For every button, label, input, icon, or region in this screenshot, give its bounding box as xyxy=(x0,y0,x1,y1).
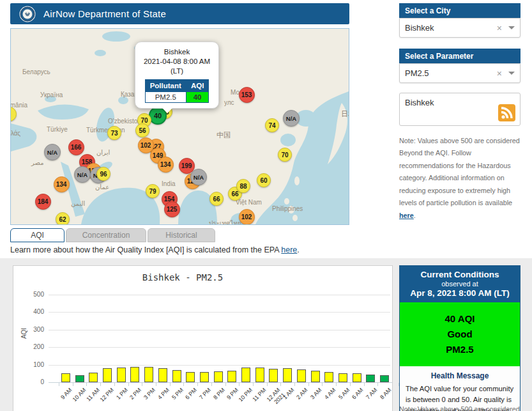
chart-x-tick-mark xyxy=(73,383,73,386)
chart-bar-4am[interactable] xyxy=(324,372,333,382)
chart-bar-6pm[interactable] xyxy=(186,372,195,382)
aqi-category: Good xyxy=(400,327,520,342)
chart-panel: Bishkek - PM2.5 AQI 01002003004005009 AM… xyxy=(13,265,393,411)
chart-x-tick-label: 5 PM xyxy=(171,387,185,401)
chart-x-tick-mark xyxy=(322,383,323,386)
chart-x-tick-mark xyxy=(197,383,198,386)
parameter-clear-icon[interactable]: × xyxy=(497,68,502,79)
chart-x-tick-label: 8 AM xyxy=(379,387,393,401)
map-marker-96[interactable]: 96 xyxy=(96,167,110,181)
learn-more-here-link[interactable]: here xyxy=(281,245,297,254)
chart-bar-11pm[interactable] xyxy=(255,368,264,382)
map-marker-na[interactable]: N/A xyxy=(74,166,91,183)
chart-bar-12am[interactable] xyxy=(269,369,278,382)
map-marker-125[interactable]: 125 xyxy=(164,201,180,217)
map-marker-102[interactable]: 102 xyxy=(239,209,255,225)
chart-bar-5pm[interactable] xyxy=(172,370,181,382)
chart-x-tick-label: 12 PM xyxy=(99,387,116,403)
city-select[interactable]: Bishkek × xyxy=(399,18,521,38)
city-chevron-down-icon[interactable] xyxy=(508,26,515,29)
chart-y-tick-label: 500 xyxy=(19,291,44,298)
observed-at-label: observed at xyxy=(400,280,520,288)
chart-bar-7am[interactable] xyxy=(366,375,375,382)
chart-bar-2pm[interactable] xyxy=(130,367,139,382)
chart-bar-9am[interactable] xyxy=(61,373,70,382)
chart-bar-12pm[interactable] xyxy=(103,368,112,382)
current-conditions-panel: Current Conditions observed at Apr 8, 20… xyxy=(399,265,521,411)
popup-datetime: 2021-04-08 8:00 AM xyxy=(138,57,216,66)
map-marker-56[interactable]: 56 xyxy=(135,123,149,137)
app-header: AirNow Department of State xyxy=(10,3,349,24)
chart-bar-2am[interactable] xyxy=(297,369,306,382)
parameter-chevron-down-icon[interactable] xyxy=(508,72,515,75)
chart-x-tick-mark xyxy=(336,383,337,386)
chart-x-tick-label: 10 AM xyxy=(72,387,88,403)
chart-x-tick-mark xyxy=(253,383,254,386)
chart-x-tick-mark xyxy=(280,383,281,386)
map-marker-166[interactable]: 166 xyxy=(68,139,84,155)
map-marker-60[interactable]: 60 xyxy=(257,173,271,187)
parameter-select[interactable]: PM2.5 × xyxy=(399,63,521,83)
note-here-link[interactable]: here xyxy=(399,212,414,219)
map-marker-134[interactable]: 134 xyxy=(54,176,70,192)
chart-bar-5am[interactable] xyxy=(338,373,347,382)
chart-x-tick-label: 7 PM xyxy=(198,387,213,401)
chart-bar-8pm[interactable] xyxy=(214,371,223,382)
chart-x-tick-mark xyxy=(350,383,351,386)
chart-bar-10am[interactable] xyxy=(75,375,84,382)
map-marker-73[interactable]: 73 xyxy=(107,126,121,140)
learn-more-text: Learn more about how the Air Quality Ind… xyxy=(10,245,300,254)
map-marker-88[interactable]: 88 xyxy=(236,179,250,193)
chart-bar-11am[interactable] xyxy=(89,373,98,382)
map-marker-134[interactable]: 134 xyxy=(158,157,174,173)
chart-bar-4pm[interactable] xyxy=(158,368,167,382)
map-marker-na[interactable]: N/A xyxy=(283,110,300,127)
map-marker-na[interactable]: N/A xyxy=(190,169,207,185)
chart-x-tick-mark xyxy=(86,383,87,386)
chart-x-tick-mark xyxy=(377,383,378,386)
map-popup: Bishkek 2021-04-08 8:00 AM (LT) Pollutan… xyxy=(135,42,219,109)
health-message-title: Health Message xyxy=(406,371,514,380)
aqi-status-block: 40 AQI Good PM2.5 xyxy=(400,302,520,366)
chart-bar-9pm[interactable] xyxy=(227,371,236,382)
tab-aqi[interactable]: AQI xyxy=(10,228,65,242)
chart-bar-6am[interactable] xyxy=(353,373,361,382)
chart-x-tick-mark xyxy=(225,383,226,386)
rss-feed-icon[interactable] xyxy=(498,104,515,121)
state-department-seal-icon xyxy=(19,6,36,22)
observed-datetime: Apr 8, 2021 8:00 AM (LT) xyxy=(400,288,520,298)
select-city-header: Select a City xyxy=(399,3,521,18)
chart-bar-3am[interactable] xyxy=(311,371,320,382)
map-marker-70[interactable]: 70 xyxy=(278,148,292,162)
tab-concentration[interactable]: Concentration xyxy=(66,228,146,242)
chart-bar-10pm[interactable] xyxy=(241,368,250,382)
chart-bar-3pm[interactable] xyxy=(144,367,153,382)
map-marker-184[interactable]: 184 xyxy=(35,194,51,210)
chart-x-tick-mark xyxy=(239,383,239,386)
map-marker-na[interactable]: N/A xyxy=(44,144,61,160)
select-parameter-header: Select a Parameter xyxy=(399,49,521,63)
parameter-select-value: PM2.5 xyxy=(405,68,497,78)
map-marker-62[interactable]: 62 xyxy=(56,212,70,225)
chart-bar-1am[interactable] xyxy=(283,368,292,382)
map-marker-79[interactable]: 79 xyxy=(146,184,160,198)
map-marker-74[interactable]: 74 xyxy=(265,118,279,132)
chart-x-tick-mark xyxy=(364,383,365,386)
chart-gridline xyxy=(49,365,390,366)
chart-x-tick-label: 10 PM xyxy=(238,387,254,403)
chart-bar-1pm[interactable] xyxy=(117,368,126,382)
chart-x-tick-label: 4 AM xyxy=(323,387,337,401)
chart-y-tick-label: 0 xyxy=(19,378,44,385)
city-clear-icon[interactable]: × xyxy=(497,23,502,33)
note-text: Note: Values above 500 are considered Be… xyxy=(399,137,520,206)
map[interactable]: БеларусьУкраїнаRomâniaΕλλάςTürkiyeҚазақс… xyxy=(10,28,349,225)
tab-historical[interactable]: Historical xyxy=(148,228,215,242)
chart-x-tick-label: 7 AM xyxy=(365,387,379,401)
popup-table: Pollutant AQI PM2.5 40 xyxy=(145,79,209,103)
chart-x-tick-mark xyxy=(128,383,129,386)
map-marker-66[interactable]: 66 xyxy=(209,192,224,206)
chart-bar-7pm[interactable] xyxy=(200,372,209,382)
map-marker-153[interactable]: 153 xyxy=(239,87,255,103)
chart-y-tick-label: 300 xyxy=(19,326,44,333)
chart-bar-8am[interactable] xyxy=(380,375,389,382)
